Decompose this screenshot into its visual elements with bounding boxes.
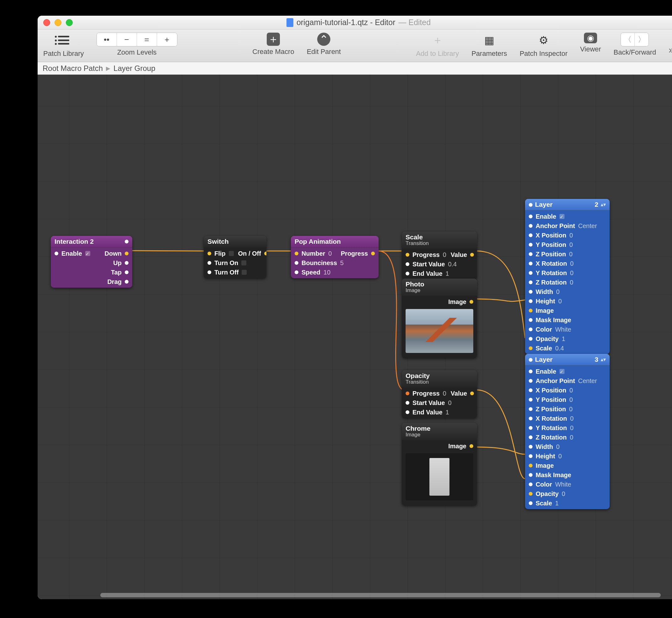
node-layer-3[interactable]: Layer3▴▾ Enable Anchor PointCenter X Pos… [525, 354, 610, 509]
node-pop-animation[interactable]: Pop Animation Number0Progress Bounciness… [291, 236, 379, 278]
canvas-area[interactable]: Interaction 2 EnableDown Up Tap Drag Swi… [38, 75, 672, 599]
output-port[interactable] [470, 392, 474, 395]
input-port[interactable] [529, 203, 533, 207]
nav-forward-button[interactable]: 〉 [635, 33, 649, 46]
port-icon[interactable] [125, 240, 129, 243]
output-port[interactable] [371, 251, 375, 255]
breadcrumb-leaf[interactable]: Layer Group [114, 64, 155, 73]
stepper-icon[interactable]: ▴▾ [601, 202, 606, 207]
input-port[interactable] [529, 299, 533, 303]
output-port[interactable] [469, 300, 473, 304]
checkbox-icon[interactable] [559, 369, 564, 374]
input-port[interactable] [406, 272, 409, 276]
output-port[interactable] [470, 253, 474, 256]
input-port[interactable] [529, 388, 533, 392]
input-port[interactable] [529, 501, 533, 505]
zoom-in-button[interactable]: + [157, 33, 177, 46]
input-port[interactable] [529, 492, 533, 496]
input-port[interactable] [208, 271, 211, 274]
node-chrome[interactable]: ChromeImage Image [402, 423, 477, 505]
input-port[interactable] [406, 410, 409, 414]
output-port[interactable] [125, 280, 129, 284]
input-port[interactable] [529, 309, 533, 312]
input-port[interactable] [529, 483, 533, 486]
input-port[interactable] [529, 327, 533, 331]
input-port[interactable] [529, 346, 533, 350]
input-port[interactable] [406, 392, 409, 395]
zoom-out-button[interactable]: − [117, 33, 137, 46]
input-port[interactable] [406, 253, 409, 256]
checkbox-icon[interactable] [85, 251, 90, 256]
create-macro-button[interactable]: ＋ Create Macro [252, 33, 294, 56]
output-port[interactable] [469, 444, 473, 448]
input-port[interactable] [529, 454, 533, 458]
input-port[interactable] [529, 271, 533, 275]
edit-parent-button[interactable]: ⌃ Edit Parent [307, 33, 341, 56]
checkbox-icon[interactable] [229, 251, 234, 256]
input-port[interactable] [529, 224, 533, 228]
document-icon [286, 18, 293, 27]
zoom-fit-button[interactable]: •• [97, 33, 117, 46]
window-close-button[interactable] [43, 19, 50, 26]
node-photo[interactable]: PhotoImage Image [402, 279, 477, 358]
input-port[interactable] [295, 251, 298, 255]
checkbox-icon[interactable] [241, 261, 246, 266]
input-port[interactable] [208, 261, 211, 265]
node-switch[interactable]: Switch FlipOn / Off Turn On Turn Off [204, 236, 266, 278]
parameters-button[interactable]: ▦ Parameters [472, 33, 507, 58]
input-port[interactable] [529, 337, 533, 341]
input-port[interactable] [529, 426, 533, 430]
input-port[interactable] [529, 290, 533, 294]
input-port[interactable] [529, 463, 533, 468]
input-port[interactable] [529, 252, 533, 256]
input-port[interactable] [529, 262, 533, 266]
input-port[interactable] [295, 261, 298, 265]
input-port[interactable] [529, 407, 533, 411]
chevron-up-circle-icon: ⌃ [317, 33, 330, 46]
input-port[interactable] [529, 398, 533, 402]
input-port[interactable] [529, 473, 533, 477]
node-canvas[interactable]: Interaction 2 EnableDown Up Tap Drag Swi… [38, 75, 672, 599]
nav-back-button[interactable]: 〈 [621, 33, 635, 46]
breadcrumb-root[interactable]: Root Macro Patch [43, 64, 103, 73]
input-port[interactable] [406, 401, 409, 405]
viewer-button[interactable]: ◉ Viewer [580, 33, 601, 53]
input-port[interactable] [529, 215, 533, 218]
node-opacity[interactable]: OpacityTransition Progress0Value Start V… [402, 370, 477, 418]
checkbox-icon[interactable] [559, 214, 564, 219]
input-port[interactable] [208, 251, 211, 255]
output-port[interactable] [125, 251, 129, 255]
input-port[interactable] [406, 262, 409, 266]
node-layer-2[interactable]: Layer2▴▾ Enable Anchor PointCenter X Pos… [525, 199, 610, 354]
patch-library-button[interactable]: Patch Library [43, 33, 84, 58]
node-interaction[interactable]: Interaction 2 EnableDown Up Tap Drag [51, 236, 132, 288]
patch-inspector-button[interactable]: ⚙ Patch Inspector [520, 33, 568, 58]
input-port[interactable] [529, 233, 533, 237]
input-port[interactable] [529, 358, 533, 362]
stepper-icon[interactable]: ▴▾ [601, 357, 606, 362]
zoom-actual-button[interactable]: = [137, 33, 157, 46]
output-port[interactable] [125, 271, 129, 274]
input-port[interactable] [529, 417, 533, 420]
toolbar-overflow-button[interactable]: » [669, 39, 672, 55]
input-port[interactable] [54, 251, 58, 255]
nav-segmented-control: 〈 〉 [621, 33, 649, 46]
add-to-library-button: ＋ Add to Library [416, 33, 459, 58]
input-port[interactable] [529, 435, 533, 439]
output-port[interactable] [125, 261, 129, 265]
input-port[interactable] [529, 379, 533, 383]
input-port[interactable] [529, 243, 533, 246]
input-port[interactable] [295, 271, 298, 274]
output-port[interactable] [264, 251, 266, 255]
window-minimize-button[interactable] [54, 19, 61, 26]
checkbox-icon[interactable] [242, 270, 247, 275]
node-scale[interactable]: ScaleTransition Progress0Value Start Val… [402, 231, 477, 280]
window-zoom-button[interactable] [66, 19, 73, 26]
zoom-levels-group: •• − = + Zoom Levels [97, 33, 177, 57]
input-port[interactable] [529, 281, 533, 284]
input-port[interactable] [529, 370, 533, 373]
horizontal-scrollbar[interactable] [100, 593, 661, 597]
window-title-text: origami-tutorial-1.qtz - Editor [296, 18, 395, 27]
input-port[interactable] [529, 445, 533, 448]
input-port[interactable] [529, 318, 533, 322]
